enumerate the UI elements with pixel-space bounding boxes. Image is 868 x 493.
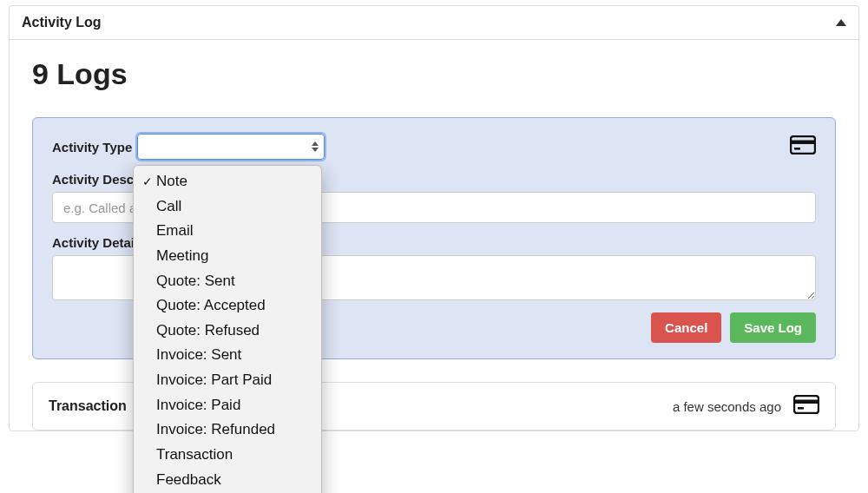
svg-rect-0 <box>791 136 815 154</box>
credit-card-icon <box>790 135 816 158</box>
dropdown-option-label: Note <box>156 171 187 193</box>
dropdown-option[interactable]: Quote: Accepted <box>134 293 321 319</box>
credit-card-icon <box>793 395 819 417</box>
activity-type-label: Activity Type <box>52 140 132 154</box>
collapse-caret-up-icon <box>836 19 846 26</box>
dropdown-option[interactable]: Quote: Sent <box>134 269 321 294</box>
dropdown-option-label: Transaction <box>156 444 233 466</box>
dropdown-option[interactable]: ✓Note <box>134 169 321 194</box>
dropdown-option-label: Email <box>156 220 194 242</box>
select-arrows-icon <box>312 141 319 152</box>
dropdown-option-label: Quote: Accepted <box>156 295 266 317</box>
svg-rect-2 <box>794 148 800 150</box>
cancel-button[interactable]: Cancel <box>651 312 721 343</box>
dropdown-option[interactable]: Invoice: Sent <box>134 343 321 368</box>
dropdown-option-label: Quote: Refused <box>156 320 260 342</box>
dropdown-option[interactable]: Feedback <box>134 468 321 493</box>
panel-header[interactable]: Activity Log <box>10 6 858 40</box>
svg-rect-3 <box>794 396 819 413</box>
dropdown-option[interactable]: Invoice: Paid <box>134 393 321 418</box>
svg-rect-4 <box>794 400 819 404</box>
dropdown-option-label: Invoice: Part Paid <box>156 370 272 391</box>
save-log-button[interactable]: Save Log <box>730 312 816 343</box>
activity-type-select[interactable] <box>137 134 325 160</box>
dropdown-option-label: Feedback <box>156 470 221 491</box>
logs-count-heading: 9 Logs <box>32 57 836 91</box>
dropdown-option[interactable]: Call <box>134 194 321 220</box>
svg-rect-5 <box>798 407 804 410</box>
activity-type-dropdown[interactable]: ✓NoteCallEmailMeetingQuote: SentQuote: A… <box>133 165 322 493</box>
dropdown-option-label: Invoice: Sent <box>156 345 241 366</box>
dropdown-option-label: Invoice: Paid <box>156 395 240 417</box>
log-entry-time: a few seconds ago <box>673 399 781 414</box>
dropdown-option[interactable]: Quote: Refused <box>134 319 321 344</box>
dropdown-option[interactable]: Email <box>134 219 321 244</box>
panel-title: Activity Log <box>22 15 102 30</box>
svg-rect-1 <box>791 141 815 145</box>
dropdown-option[interactable]: Meeting <box>134 244 321 269</box>
dropdown-option-label: Invoice: Refunded <box>156 419 275 441</box>
dropdown-option-label: Call <box>156 196 181 218</box>
dropdown-option-label: Quote: Sent <box>156 271 235 293</box>
check-icon: ✓ <box>141 173 155 190</box>
dropdown-option[interactable]: Invoice: Part Paid <box>134 368 321 393</box>
dropdown-option-label: Meeting <box>156 246 208 267</box>
dropdown-option[interactable]: Invoice: Refunded <box>134 417 321 443</box>
dropdown-option[interactable]: Transaction <box>134 443 321 468</box>
